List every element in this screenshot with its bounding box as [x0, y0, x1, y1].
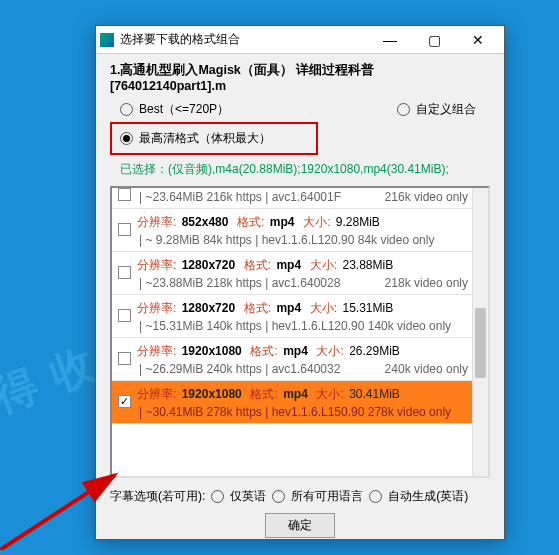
list-item[interactable]: 分辨率: 1280x720 格式: mp4 大小: 23.88MiB| ~23.… [112, 252, 472, 295]
radio-max[interactable] [120, 132, 133, 145]
radio-sub-all[interactable] [272, 490, 285, 503]
app-icon [100, 33, 114, 47]
radio-max-label: 最高清格式（体积最大） [139, 130, 271, 147]
dialog-window: 选择要下载的格式组合 — ▢ ✕ 1.高通机型刷入Magisk（面具） 详细过程… [95, 25, 505, 540]
checkbox[interactable] [118, 352, 131, 365]
scroll-thumb[interactable] [475, 308, 486, 378]
scrollbar[interactable] [472, 188, 488, 476]
radio-best-label: Best（<=720P） [139, 101, 229, 118]
window-title: 选择要下载的格式组合 [120, 31, 368, 48]
radio-sub-all-label: 所有可用语言 [291, 488, 363, 505]
titlebar[interactable]: 选择要下载的格式组合 — ▢ ✕ [96, 26, 504, 54]
minimize-button[interactable]: — [368, 26, 412, 54]
radio-best[interactable] [120, 103, 133, 116]
maximize-button[interactable]: ▢ [412, 26, 456, 54]
checkbox[interactable] [118, 395, 131, 408]
list-item[interactable]: 分辨率: 852x480 格式: mp4 大小: 9.28MiB| ~ 9.28… [112, 209, 472, 252]
selected-summary: 已选择：(仅音频),m4a(20.88MiB);1920x1080,mp4(30… [120, 161, 490, 178]
radio-sub-en-label: 仅英语 [230, 488, 266, 505]
list-item[interactable]: 分辨率: 1920x1080 格式: mp4 大小: 26.29MiB| ~26… [112, 338, 472, 381]
radio-sub-auto-label: 自动生成(英语) [388, 488, 468, 505]
format-list: | ~23.64MiB 216k https | avc1.64001F216k… [110, 186, 490, 478]
radio-custom-label: 自定义组合 [416, 101, 476, 118]
checkbox[interactable] [118, 188, 131, 201]
radio-custom[interactable] [397, 103, 410, 116]
close-button[interactable]: ✕ [456, 26, 500, 54]
highlight-annotation: 最高清格式（体积最大） [110, 122, 318, 155]
checkbox[interactable] [118, 266, 131, 279]
file-name-header: 1.高通机型刷入Magisk（面具） 详细过程科普 [764012140part… [110, 62, 490, 93]
checkbox[interactable] [118, 309, 131, 322]
radio-sub-en[interactable] [211, 490, 224, 503]
list-item[interactable]: 分辨率: 1280x720 格式: mp4 大小: 15.31MiB| ~15.… [112, 295, 472, 338]
radio-sub-auto[interactable] [369, 490, 382, 503]
subtitle-label: 字幕选项(若可用): [110, 488, 205, 505]
list-item[interactable]: | ~23.64MiB 216k https | avc1.64001F216k… [112, 188, 472, 209]
checkbox[interactable] [118, 223, 131, 236]
ok-button[interactable]: 确定 [265, 513, 335, 538]
list-item[interactable]: 分辨率: 1920x1080 格式: mp4 大小: 30.41MiB| ~30… [112, 381, 472, 424]
